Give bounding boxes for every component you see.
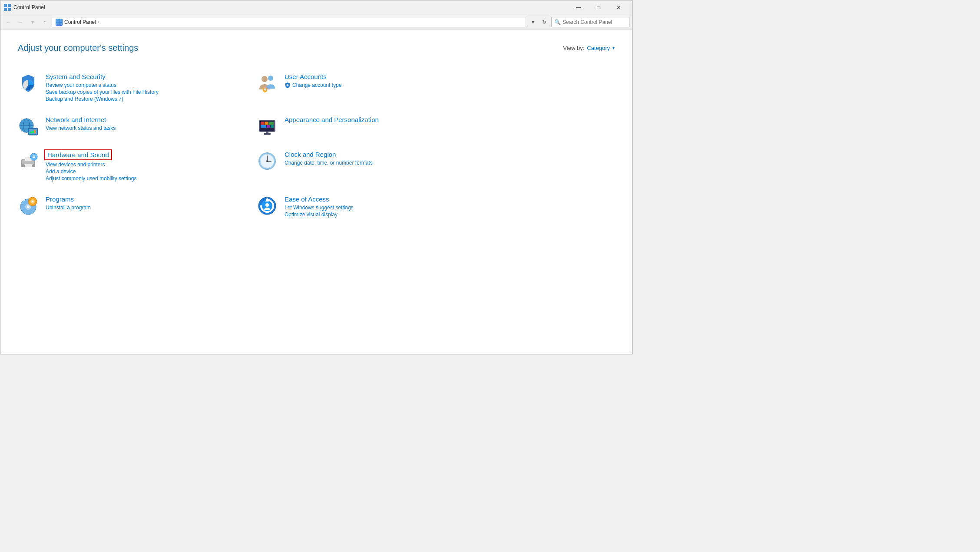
svg-rect-23	[31, 132, 32, 133]
svg-rect-6	[56, 23, 59, 25]
clock-svg	[257, 151, 278, 172]
category-clock: Clock and Region Change date, time, or n…	[257, 144, 496, 188]
clock-title[interactable]: Clock and Region	[285, 151, 496, 158]
hardware-content: Hardware and Sound View devices and prin…	[46, 151, 257, 182]
address-bar: ← → ▾ ↑ Control Panel › ▾ ↻ 🔍	[0, 14, 632, 30]
category-system-security: System and Security Review your computer…	[18, 66, 257, 109]
system-security-title[interactable]: System and Security	[46, 73, 257, 80]
category-programs: Programs Uninstall a program	[18, 188, 257, 225]
search-bar: 🔍	[551, 17, 629, 27]
category-ease: Ease of Access Let Windows suggest setti…	[257, 188, 496, 225]
svg-rect-24	[33, 131, 34, 133]
svg-rect-37	[22, 160, 34, 164]
svg-point-43	[33, 156, 35, 158]
ease-sublink-1[interactable]: Optimize visual display	[285, 212, 496, 218]
programs-content: Programs Uninstall a program	[46, 195, 257, 211]
svg-point-50	[266, 160, 268, 162]
ease-content: Ease of Access Let Windows suggest setti…	[285, 195, 496, 218]
appearance-content: Appearance and Personalization	[285, 116, 496, 125]
page-header: Adjust your computer's settings View by:…	[18, 43, 615, 53]
svg-rect-31	[261, 125, 266, 128]
user-accounts-icon	[257, 73, 278, 94]
title-bar-controls: — □ ✕	[569, 0, 629, 14]
hardware-icon	[18, 151, 39, 172]
main-window: Control Panel — □ ✕ ← → ▾ ↑ Control Pane…	[0, 0, 632, 354]
title-bar-left: Control Panel	[4, 4, 45, 11]
svg-rect-5	[60, 19, 62, 22]
hardware-sublink-2[interactable]: Adjust commonly used mobility settings	[46, 175, 257, 182]
svg-rect-3	[8, 8, 11, 11]
system-security-svg	[18, 73, 39, 94]
search-icon: 🔍	[554, 19, 561, 25]
view-by-label: View by:	[563, 45, 584, 51]
window-icon	[4, 4, 11, 11]
up-button[interactable]: ↑	[40, 17, 50, 27]
network-content: Network and Internet View network status…	[46, 116, 257, 131]
address-path[interactable]: Control Panel ›	[52, 17, 526, 27]
forward-button[interactable]: →	[15, 17, 26, 27]
svg-rect-35	[264, 133, 271, 135]
svg-rect-1	[8, 4, 11, 7]
system-security-icon	[18, 73, 39, 94]
hardware-sublink-1[interactable]: Add a device	[46, 169, 257, 175]
search-input[interactable]	[563, 19, 628, 25]
refresh-button[interactable]: ↻	[539, 17, 550, 27]
shield-icon	[285, 82, 291, 88]
ease-sublink-0[interactable]: Let Windows suggest settings	[285, 205, 496, 211]
back-button[interactable]: ←	[3, 17, 13, 27]
path-icon	[56, 19, 63, 26]
appearance-title[interactable]: Appearance and Personalization	[285, 116, 496, 123]
svg-rect-2	[4, 8, 7, 11]
page-title: Adjust your computer's settings	[18, 43, 138, 53]
svg-rect-33	[271, 125, 274, 128]
maximize-button[interactable]: □	[589, 0, 609, 14]
network-svg	[18, 116, 39, 137]
network-icon	[18, 116, 39, 137]
svg-rect-32	[267, 125, 270, 128]
programs-icon	[18, 195, 39, 216]
address-bar-right: ▾ ↻	[528, 17, 550, 27]
user-accounts-sublink-0[interactable]: Change account type	[285, 82, 496, 89]
network-sublink-0[interactable]: View network status and tasks	[46, 125, 257, 131]
path-text: Control Panel	[64, 19, 96, 25]
hardware-sublink-0[interactable]: View devices and printers	[46, 162, 257, 168]
hardware-svg	[18, 151, 39, 172]
programs-title[interactable]: Programs	[46, 195, 257, 203]
system-security-sublink-2[interactable]: Backup and Restore (Windows 7)	[46, 96, 257, 102]
hardware-title[interactable]: Hardware and Sound	[46, 151, 111, 159]
clock-icon	[257, 151, 278, 172]
title-bar: Control Panel — □ ✕	[0, 0, 632, 14]
svg-point-60	[265, 203, 269, 207]
svg-rect-25	[34, 130, 36, 133]
category-appearance: Appearance and Personalization	[257, 109, 496, 144]
view-by-arrow: ▾	[612, 46, 615, 50]
svg-rect-14	[287, 84, 288, 86]
categories-grid: System and Security Review your computer…	[18, 66, 496, 225]
svg-rect-7	[60, 23, 62, 25]
close-button[interactable]: ✕	[609, 0, 629, 14]
clock-content: Clock and Region Change date, time, or n…	[285, 151, 496, 166]
view-by-value[interactable]: Category	[587, 45, 610, 51]
system-security-sublink-0[interactable]: Review your computer's status	[46, 82, 257, 88]
ease-title[interactable]: Ease of Access	[285, 195, 496, 203]
svg-point-9	[262, 76, 268, 82]
programs-sublink-0[interactable]: Uninstall a program	[46, 205, 257, 211]
svg-rect-28	[261, 122, 264, 125]
svg-rect-30	[268, 122, 274, 125]
svg-rect-38	[24, 164, 33, 165]
network-title[interactable]: Network and Internet	[46, 116, 257, 123]
system-security-sublink-1[interactable]: Save backup copies of your files with Fi…	[46, 89, 257, 95]
view-by: View by: Category ▾	[563, 45, 615, 51]
dropdown-button[interactable]: ▾	[27, 17, 38, 27]
svg-point-10	[268, 76, 273, 81]
path-arrow: ›	[98, 20, 99, 24]
system-security-content: System and Security Review your computer…	[46, 73, 257, 102]
clock-sublink-0[interactable]: Change date, time, or number formats	[285, 160, 496, 166]
minimize-button[interactable]: —	[569, 0, 589, 14]
svg-rect-29	[265, 122, 268, 125]
address-dropdown-button[interactable]: ▾	[528, 17, 538, 27]
svg-point-53	[27, 205, 30, 208]
svg-rect-22	[29, 132, 30, 133]
category-hardware: Hardware and Sound View devices and prin…	[18, 144, 257, 188]
user-accounts-title[interactable]: User Accounts	[285, 73, 496, 80]
